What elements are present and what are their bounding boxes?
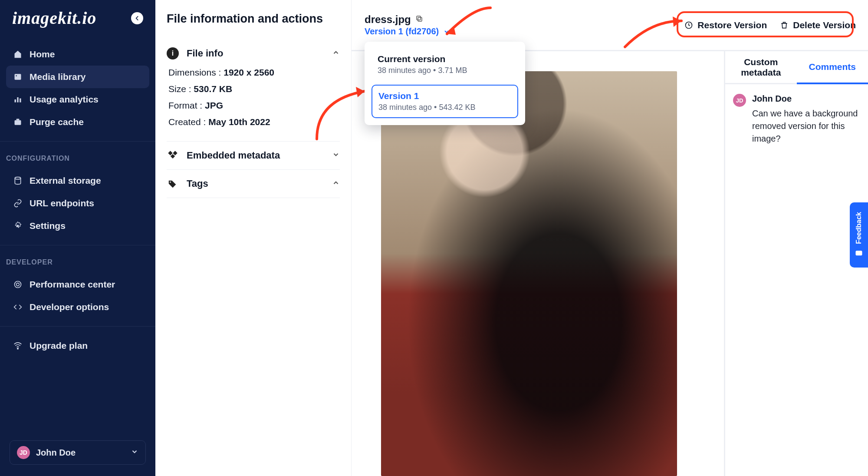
- svg-point-7: [15, 177, 20, 179]
- code-icon: [13, 302, 23, 312]
- chevron-down-icon: [443, 28, 450, 35]
- chevron-up-icon: [332, 179, 340, 188]
- size-row: Size : 530.7 KB: [168, 84, 340, 94]
- user-menu[interactable]: JD John Doe: [10, 440, 146, 465]
- collapse-sidebar-button[interactable]: [131, 12, 143, 24]
- storage-icon: [13, 176, 23, 185]
- chevron-down-icon: [332, 151, 340, 160]
- dimensions-row: Dimensions : 1920 x 2560: [168, 67, 340, 78]
- created-row: Created : May 10th 2022: [168, 117, 340, 127]
- svg-rect-16: [418, 17, 422, 21]
- link-icon: [13, 198, 23, 208]
- sidebar-item-label: Home: [30, 49, 55, 60]
- section-tags-toggle[interactable]: Tags: [167, 178, 340, 190]
- sidebar-item-purge-cache[interactable]: Purge cache: [6, 111, 149, 133]
- panel-title: File information and actions: [167, 12, 340, 26]
- sidebar-item-label: Settings: [30, 221, 66, 231]
- section-heading-developer: DEVELOPER: [0, 250, 155, 270]
- sidebar-item-media-library[interactable]: Media library: [6, 66, 149, 88]
- version-dropdown-trigger[interactable]: Version 1 (fd2706): [365, 26, 450, 36]
- chart-icon: [13, 95, 23, 104]
- svg-rect-2: [15, 99, 16, 102]
- version-item-v1[interactable]: Version 1 38 minutes ago • 543.42 KB: [372, 85, 518, 118]
- sidebar-item-label: Usage analytics: [30, 94, 99, 105]
- version-dropdown: Current version 38 minutes ago • 3.71 MB…: [365, 42, 525, 125]
- svg-rect-5: [15, 120, 21, 125]
- image-preview[interactable]: [381, 71, 677, 476]
- section-embedded-metadata-toggle[interactable]: Embedded metadata: [167, 149, 340, 162]
- svg-point-10: [16, 283, 20, 286]
- tag-icon: [167, 178, 179, 190]
- sidebar-item-upgrade[interactable]: Upgrade plan: [6, 334, 149, 357]
- wifi-icon: [13, 341, 23, 350]
- section-heading-configuration: CONFIGURATION: [0, 146, 155, 166]
- comment-author: John Doe: [752, 94, 860, 104]
- brand-logo: imagekit.io: [12, 8, 96, 28]
- metadata-icon: [167, 149, 179, 162]
- section-file-info-toggle[interactable]: i File info: [167, 47, 340, 60]
- version-item-current[interactable]: Current version 38 minutes ago • 3.71 MB: [372, 49, 518, 80]
- history-icon: [684, 21, 693, 30]
- right-panel: Custom metadata Comments JD John Doe Can…: [724, 51, 868, 476]
- topbar: dress.jpg Version 1 (fd2706) Restore Ver…: [352, 0, 868, 51]
- sidebar-item-settings[interactable]: Settings: [6, 215, 149, 237]
- avatar: JD: [733, 94, 746, 107]
- avatar: JD: [17, 446, 30, 459]
- section-label: Embedded metadata: [187, 150, 324, 161]
- sidebar-item-label: Media library: [30, 72, 86, 82]
- chevron-up-icon: [332, 49, 340, 58]
- version-link-label: Version 1 (fd2706): [365, 26, 439, 36]
- svg-point-1: [16, 75, 17, 76]
- svg-point-15: [170, 182, 171, 183]
- svg-rect-0: [15, 74, 21, 79]
- sidebar-item-external-storage[interactable]: External storage: [6, 169, 149, 192]
- sidebar-item-url-endpoints[interactable]: URL endpoints: [6, 192, 149, 215]
- version-title: Current version: [378, 54, 512, 64]
- sidebar-item-usage-analytics[interactable]: Usage analytics: [6, 88, 149, 111]
- home-icon: [13, 50, 23, 59]
- svg-rect-12: [168, 151, 172, 155]
- restore-version-button[interactable]: Restore Version: [684, 20, 767, 30]
- sidebar-item-home[interactable]: Home: [6, 43, 149, 66]
- chat-icon: [855, 249, 863, 258]
- image-icon: [13, 72, 23, 82]
- tab-custom-metadata[interactable]: Custom metadata: [725, 51, 797, 83]
- svg-rect-4: [20, 99, 21, 102]
- svg-rect-18: [856, 251, 862, 255]
- target-icon: [13, 280, 23, 289]
- sidebar-item-label: External storage: [30, 175, 101, 186]
- arrow-left-icon: [134, 15, 140, 21]
- sidebar-item-label: Developer options: [30, 302, 109, 312]
- tab-label: Custom metadata: [733, 57, 789, 78]
- delete-version-button[interactable]: Delete Version: [780, 20, 856, 30]
- svg-rect-3: [17, 97, 18, 102]
- file-name: dress.jpg: [365, 13, 411, 26]
- sidebar: imagekit.io Home Media library Usage ana…: [0, 0, 155, 476]
- svg-rect-17: [417, 16, 421, 20]
- sidebar-item-label: Upgrade plan: [30, 340, 88, 351]
- main-area: dress.jpg Version 1 (fd2706) Restore Ver…: [352, 0, 868, 476]
- sidebar-item-label: URL endpoints: [30, 198, 94, 208]
- tab-label: Comments: [809, 62, 856, 72]
- version-title: Version 1: [378, 91, 511, 101]
- section-label: File info: [187, 48, 324, 59]
- sidebar-item-performance[interactable]: Performance center: [6, 273, 149, 296]
- info-icon: i: [167, 47, 179, 60]
- action-label: Restore Version: [697, 20, 767, 30]
- tab-comments[interactable]: Comments: [797, 51, 868, 84]
- svg-rect-13: [173, 151, 177, 155]
- delete-icon: [780, 21, 789, 30]
- gear-icon: [13, 221, 23, 231]
- section-label: Tags: [187, 178, 324, 189]
- svg-point-9: [15, 281, 21, 288]
- comment-item[interactable]: JD John Doe Can we have a background rem…: [725, 84, 868, 155]
- action-label: Delete Version: [793, 20, 856, 30]
- version-subtitle: 38 minutes ago • 3.71 MB: [378, 66, 512, 75]
- feedback-tab[interactable]: Feedback: [850, 202, 868, 268]
- sidebar-item-label: Performance center: [30, 279, 115, 290]
- svg-point-11: [17, 348, 19, 349]
- topbar-actions: Restore Version Delete Version: [684, 20, 856, 30]
- feedback-label: Feedback: [855, 212, 863, 244]
- copy-icon[interactable]: [415, 15, 423, 25]
- sidebar-item-developer-options[interactable]: Developer options: [6, 296, 149, 318]
